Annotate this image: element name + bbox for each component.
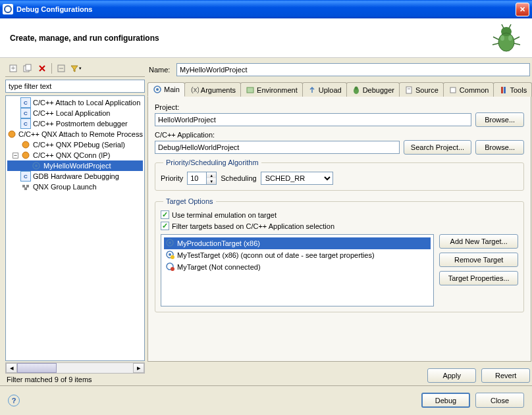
target-label: MyTarget (Not connected): [177, 263, 261, 271]
debug-button[interactable]: Debug: [421, 393, 470, 408]
tree-toggle-icon[interactable]: −: [13, 153, 18, 159]
svg-rect-24: [26, 185, 29, 187]
bug-icon: [491, 22, 522, 54]
application-input[interactable]: [155, 141, 400, 154]
priority-label: Priority: [161, 174, 183, 182]
tab-icon: [448, 85, 458, 95]
svg-point-38: [169, 241, 171, 244]
tab-label: Debugger: [363, 86, 394, 94]
application-browse-button[interactable]: Browse...: [475, 140, 524, 155]
project-browse-button[interactable]: Browse...: [475, 112, 524, 127]
svg-line-7: [514, 43, 520, 45]
priority-spinner[interactable]: ▲ ▼: [187, 172, 217, 185]
tree-item[interactable]: CC/C++ Attach to Local Application: [7, 97, 143, 108]
title-bar: Debug Configurations ✕: [0, 0, 532, 18]
svg-line-5: [492, 43, 498, 45]
tab-icon: [307, 85, 317, 95]
tab-common[interactable]: Common: [443, 82, 494, 97]
target-icon: [165, 262, 174, 272]
duplicate-config-button[interactable]: [21, 62, 34, 75]
target-item[interactable]: MyTarget (Not connected): [164, 261, 431, 273]
config-tree[interactable]: CC/C++ Attach to Local ApplicationCC/C++…: [5, 95, 145, 361]
tab-upload[interactable]: Upload: [302, 82, 347, 97]
project-label: Project:: [155, 103, 524, 111]
tree-item[interactable]: MyHelloWorldProject: [7, 160, 143, 171]
terminal-checkbox[interactable]: ✓: [161, 210, 169, 219]
target-item[interactable]: MyProductionTarget (x86): [164, 237, 431, 249]
close-button[interactable]: Close: [475, 393, 524, 408]
tab-debugger[interactable]: Debugger: [346, 82, 400, 97]
svg-text:(x)=: (x)=: [191, 85, 199, 93]
remove-target-button[interactable]: Remove Target: [439, 253, 518, 267]
tab-label: Common: [460, 86, 489, 94]
tree-item[interactable]: CGDB Hardware Debugging: [7, 171, 143, 182]
targets-list[interactable]: MyProductionTarget (x86)MyTestTarget (x8…: [161, 234, 434, 306]
svg-line-6: [514, 37, 519, 39]
tree-item[interactable]: CC/C++ Postmortem debugger: [7, 118, 143, 129]
delete-config-button[interactable]: [36, 62, 49, 75]
tab-icon: [498, 85, 508, 95]
target-icon: [165, 250, 174, 260]
target-options-legend: Target Options: [163, 197, 216, 205]
svg-point-43: [171, 267, 174, 271]
tree-item-label: C/C++ QNX Attach to Remote Process: [18, 130, 143, 138]
tree-item[interactable]: QNX Group Launch: [7, 182, 143, 192]
priority-value[interactable]: [188, 172, 206, 184]
tab-icon: (x)=: [190, 85, 199, 95]
apply-button[interactable]: Apply: [427, 368, 476, 383]
horizontal-scrollbar[interactable]: ◂ ▸: [5, 362, 145, 374]
tree-item[interactable]: −C/C++ QNX QConn (IP): [7, 150, 143, 160]
filter-targets-checkbox[interactable]: ✓: [161, 222, 169, 230]
scroll-thumb[interactable]: [17, 363, 57, 373]
svg-point-31: [354, 86, 358, 89]
new-config-button[interactable]: +: [7, 62, 20, 75]
tree-item[interactable]: CC/C++ Local Application: [7, 108, 143, 118]
tab-label: Tools: [510, 86, 527, 94]
filter-input[interactable]: [5, 80, 145, 93]
tree-item[interactable]: C/C++ QNX PDebug (Serial): [7, 139, 143, 150]
priority-down-button[interactable]: ▼: [207, 178, 216, 184]
project-input[interactable]: [155, 113, 471, 126]
tab-arguments[interactable]: (x)=Arguments: [184, 82, 241, 97]
svg-point-19: [22, 141, 29, 148]
revert-button[interactable]: Revert: [481, 368, 530, 383]
app-icon: [3, 4, 13, 14]
collapse-all-button[interactable]: [55, 62, 68, 75]
tab-tools[interactable]: Tools: [493, 82, 532, 97]
target-properties-button[interactable]: Target Properties...: [439, 271, 518, 285]
target-item[interactable]: MyTestTarget (x86) (qconn out of date - …: [164, 249, 431, 261]
application-label: C/C++ Application:: [155, 131, 524, 139]
add-target-button[interactable]: Add New Target...: [439, 234, 518, 249]
tab-source[interactable]: Source: [399, 82, 444, 97]
priority-up-button[interactable]: ▲: [207, 172, 216, 178]
tab-main[interactable]: Main: [147, 82, 185, 97]
tree-item-label: MyHelloWorldProject: [43, 162, 111, 170]
tree-item-label: C/C++ Attach to Local Application: [33, 99, 140, 107]
main-tab-content: Project: Browse... C/C++ Application: Se…: [147, 97, 531, 362]
help-icon[interactable]: ?: [8, 395, 20, 406]
target-options-group: Target Options ✓ Use terminal emulation …: [155, 197, 524, 312]
search-project-button[interactable]: Search Project...: [404, 140, 471, 155]
svg-line-4: [493, 37, 498, 39]
svg-point-41: [171, 255, 174, 259]
svg-point-22: [35, 164, 38, 167]
svg-point-40: [169, 253, 171, 256]
svg-point-18: [9, 131, 15, 137]
scroll-left-button[interactable]: ◂: [6, 363, 17, 373]
scroll-right-button[interactable]: ▸: [133, 363, 144, 373]
svg-point-2: [501, 27, 512, 36]
tab-label: Environment: [257, 86, 298, 94]
name-input[interactable]: [176, 63, 530, 76]
priority-group: Priority/Scheduling Algorithm Priority ▲…: [155, 159, 524, 191]
target-icon: [165, 238, 174, 249]
svg-rect-15: [26, 64, 31, 70]
filter-button[interactable]: ▾: [69, 62, 82, 75]
svg-point-27: [156, 88, 159, 91]
tree-item[interactable]: C/C++ QNX Attach to Remote Process: [7, 129, 143, 139]
tab-environment[interactable]: Environment: [240, 82, 303, 97]
svg-text:+: +: [11, 64, 15, 72]
scheduling-select[interactable]: SCHED_RR: [261, 172, 333, 185]
right-panel: Name: Main(x)=ArgumentsEnvironmentUpload…: [147, 61, 531, 385]
close-icon[interactable]: ✕: [516, 3, 529, 16]
tab-icon: [153, 85, 162, 94]
